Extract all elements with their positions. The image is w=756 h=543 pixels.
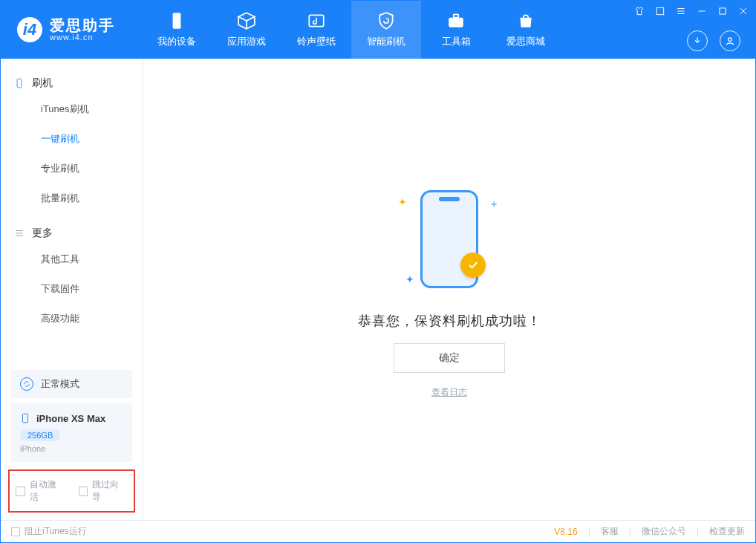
window-controls xyxy=(633,5,749,17)
nav-label: 智能刷机 xyxy=(367,35,405,48)
version-label: V8.16 xyxy=(554,527,577,537)
spark-icon: ✦ xyxy=(398,196,407,208)
device-capacity: 256GB xyxy=(20,429,60,441)
sidebar-item-advanced[interactable]: 高级功能 xyxy=(1,304,143,334)
main-content: ✦ ＋ ✦ 恭喜您，保资料刷机成功啦！ 确定 查看日志 xyxy=(143,59,755,520)
sidebar-group-label: 刷机 xyxy=(32,77,53,90)
cube-icon xyxy=(237,11,256,30)
close-icon[interactable] xyxy=(737,5,749,17)
nav-label: 铃声壁纸 xyxy=(297,35,336,48)
nav-ring-wall[interactable]: 铃声壁纸 xyxy=(281,1,351,59)
top-nav: 我的设备 应用游戏 铃声壁纸 智能刷机 工具箱 爱思商城 xyxy=(142,1,561,59)
checkbox-label: 阻止iTunes运行 xyxy=(25,525,87,538)
nav-label: 应用游戏 xyxy=(227,35,266,48)
status-bar: 阻止iTunes运行 V8.16 | 客服 | 微信公众号 | 检查更新 xyxy=(1,520,755,542)
checkbox-box-icon xyxy=(16,487,25,496)
mode-card[interactable]: 正常模式 xyxy=(11,370,132,398)
nav-toolbox[interactable]: 工具箱 xyxy=(421,1,491,59)
sidebar-bottom: 正常模式 iPhone XS Max 256GB iPhone 自动激活 跳过向… xyxy=(1,365,143,520)
shield-sync-icon xyxy=(377,11,396,30)
svg-rect-8 xyxy=(23,414,28,423)
device-type: iPhone xyxy=(20,444,123,453)
nav-apps-games[interactable]: 应用游戏 xyxy=(212,1,281,59)
app-name: 爱思助手 xyxy=(50,18,115,33)
svg-rect-0 xyxy=(173,13,181,29)
checkbox-box-icon xyxy=(79,487,88,496)
app-url: www.i4.cn xyxy=(50,33,115,42)
svg-rect-4 xyxy=(656,7,663,14)
account-button[interactable] xyxy=(720,30,740,51)
sync-icon xyxy=(20,377,33,391)
checkbox-label: 自动激活 xyxy=(30,478,65,504)
view-log-link[interactable]: 查看日志 xyxy=(431,386,467,399)
check-update-link[interactable]: 检查更新 xyxy=(709,525,745,538)
sidebar: 刷机 iTunes刷机 一键刷机 专业刷机 批量刷机 更多 其他工具 下载固件 … xyxy=(1,59,143,520)
nav-label: 工具箱 xyxy=(442,35,471,48)
nav-store[interactable]: 爱思商城 xyxy=(491,1,561,59)
device-icon xyxy=(167,11,186,30)
sidebar-group-more: 更多 xyxy=(1,219,143,244)
checkbox-block-itunes[interactable]: 阻止iTunes运行 xyxy=(11,525,87,538)
checkbox-auto-activate[interactable]: 自动激活 xyxy=(16,478,65,504)
device-name: iPhone XS Max xyxy=(36,413,105,424)
nav-my-device[interactable]: 我的设备 xyxy=(142,1,212,59)
nav-smart-flash[interactable]: 智能刷机 xyxy=(351,1,421,59)
sidebar-item-one-key-flash[interactable]: 一键刷机 xyxy=(1,124,143,154)
app-logo: i4 爱思助手 www.i4.cn xyxy=(1,1,142,59)
success-text: 恭喜您，保资料刷机成功啦！ xyxy=(358,312,541,330)
app-header: i4 爱思助手 www.i4.cn 我的设备 应用游戏 铃声壁纸 智能刷机 工具… xyxy=(1,1,755,59)
menu-icon[interactable] xyxy=(675,5,687,17)
wechat-link[interactable]: 微信公众号 xyxy=(642,525,686,538)
download-button[interactable] xyxy=(687,30,708,51)
svg-rect-2 xyxy=(449,18,463,27)
checkbox-label: 跳过向导 xyxy=(92,478,128,504)
header-right-icons xyxy=(687,30,740,51)
music-folder-icon xyxy=(307,11,326,30)
svg-rect-5 xyxy=(720,8,726,14)
bag-icon xyxy=(516,11,535,30)
toolbox-icon xyxy=(446,11,466,30)
checkbox-box-icon xyxy=(11,527,20,536)
svg-rect-3 xyxy=(454,14,459,17)
spark-icon: ＋ xyxy=(489,198,499,211)
spark-icon: ✦ xyxy=(405,273,414,285)
svg-point-6 xyxy=(729,38,732,42)
mode-label: 正常模式 xyxy=(41,377,79,391)
ok-button[interactable]: 确定 xyxy=(394,343,505,373)
sidebar-item-pro-flash[interactable]: 专业刷机 xyxy=(1,154,143,183)
nav-label: 我的设备 xyxy=(157,35,196,48)
nav-label: 爱思商城 xyxy=(506,35,545,48)
main-body: 刷机 iTunes刷机 一键刷机 专业刷机 批量刷机 更多 其他工具 下载固件 … xyxy=(1,59,755,520)
svg-rect-7 xyxy=(17,79,22,88)
box-icon[interactable] xyxy=(654,5,666,17)
success-illustration: ✦ ＋ ✦ xyxy=(371,180,527,299)
separator: | xyxy=(588,527,590,537)
sidebar-item-other-tools[interactable]: 其他工具 xyxy=(1,244,143,274)
minimize-icon[interactable] xyxy=(696,5,708,17)
phone-icon xyxy=(20,412,30,425)
sidebar-group-label: 更多 xyxy=(32,227,53,240)
checkbox-skip-guide[interactable]: 跳过向导 xyxy=(79,478,128,504)
list-icon xyxy=(14,228,25,238)
sidebar-item-itunes-flash[interactable]: iTunes刷机 xyxy=(1,94,143,124)
highlighted-checkbox-row: 自动激活 跳过向导 xyxy=(8,469,135,513)
logo-icon: i4 xyxy=(17,17,42,42)
tshirt-icon[interactable] xyxy=(633,5,645,17)
sidebar-item-batch-flash[interactable]: 批量刷机 xyxy=(1,183,143,213)
separator: | xyxy=(697,527,699,537)
sidebar-item-download-fw[interactable]: 下载固件 xyxy=(1,274,143,304)
maximize-icon[interactable] xyxy=(717,5,729,17)
separator: | xyxy=(629,527,631,537)
sidebar-group-flash: 刷机 xyxy=(1,69,143,94)
customer-service-link[interactable]: 客服 xyxy=(601,525,619,538)
phone-icon xyxy=(14,78,25,88)
device-card[interactable]: iPhone XS Max 256GB iPhone xyxy=(11,403,132,462)
check-badge-icon xyxy=(460,253,486,278)
